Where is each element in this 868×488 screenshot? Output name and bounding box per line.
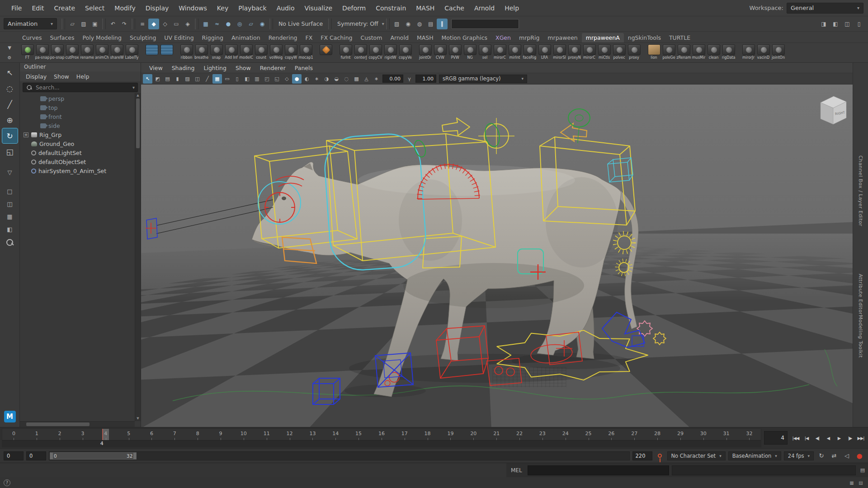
viewport-select-icon[interactable]: ↖ — [143, 74, 152, 84]
shelf-button[interactable]: sel — [477, 43, 492, 60]
menu-item[interactable]: Create — [49, 5, 80, 12]
auto-key-icon[interactable]: ● — [854, 451, 864, 461]
textured-icon[interactable]: ◐ — [302, 74, 311, 84]
outliner-menu-item[interactable]: Show — [51, 73, 72, 80]
shelf-button[interactable]: FT — [20, 43, 35, 60]
shelf-button[interactable]: Add Inf — [224, 43, 239, 60]
timeline-ruler[interactable]: 4 01234567891011121314151617181920212223… — [2, 428, 761, 447]
timeline-tick[interactable]: 11 — [255, 429, 278, 447]
separator[interactable] — [132, 19, 135, 29]
anim-layer-select[interactable]: BaseAnimation ▾ — [728, 451, 781, 460]
help-icon[interactable]: ? — [4, 479, 10, 486]
shelf-button[interactable]: musMir — [691, 43, 706, 60]
menu-item[interactable]: MASH — [411, 5, 439, 12]
timeline-tick[interactable]: 29 — [669, 429, 692, 447]
shelf-tab[interactable]: TURTLE — [665, 33, 694, 42]
separator[interactable] — [328, 19, 332, 29]
redo-icon[interactable]: ↷ — [119, 19, 130, 29]
shelf-tab-menu-icon[interactable]: ▼ — [5, 44, 14, 51]
menu-set-select[interactable]: Animation ▾ — [4, 18, 57, 29]
quick-select-input[interactable] — [451, 19, 519, 29]
shelf-tab[interactable]: Motion Graphics — [438, 33, 492, 42]
shaded-icon[interactable]: ● — [292, 74, 302, 84]
select-tool[interactable]: ↖ — [2, 65, 18, 80]
view-transform-select[interactable]: sRGB gamma (legacy) ▾ — [439, 75, 527, 83]
scale-tool[interactable]: ◱ — [2, 144, 18, 159]
menu-item[interactable]: Display — [141, 5, 174, 12]
shelf-button[interactable]: copyW — [283, 43, 298, 60]
timeline-tick[interactable]: 31 — [715, 429, 738, 447]
toggle-tool-settings-icon[interactable]: ▯ — [854, 19, 864, 29]
timeline-tick[interactable]: 30 — [692, 429, 715, 447]
shelf-button[interactable]: jointOn — [771, 43, 786, 60]
outliner-item[interactable]: persp — [20, 94, 141, 103]
step-back-frame-button[interactable]: ◀| — [812, 436, 823, 441]
grid-icon[interactable]: ▦ — [212, 74, 222, 84]
range-slider[interactable]: 0 32 — [49, 451, 630, 460]
shelf-tab[interactable]: XGen — [491, 33, 515, 42]
last-tool-slot[interactable]: ▽ — [2, 166, 18, 178]
menu-item[interactable]: Cache — [439, 5, 469, 12]
exposure-icon[interactable]: ∗ — [372, 74, 381, 84]
shelf-button[interactable]: LRA — [537, 43, 552, 60]
bookmark-icon[interactable]: ▮ — [173, 74, 182, 84]
timeline-tick[interactable]: 16 — [370, 429, 393, 447]
shelf-button[interactable]: copyCV — [368, 43, 383, 60]
timeline-tick[interactable]: 28 — [646, 429, 669, 447]
viewport-menu-item[interactable]: Lighting — [199, 65, 231, 71]
toggle-attribute-editor-icon[interactable]: ◫ — [842, 19, 853, 29]
viewport-menu-item[interactable]: Renderer — [255, 65, 290, 71]
rotate-tool[interactable]: ↻ — [2, 128, 18, 143]
shelf-button[interactable]: jointOr — [418, 43, 433, 60]
playback-start-field[interactable]: 0 — [26, 451, 46, 460]
shelf-tab[interactable]: FX — [302, 33, 317, 42]
shelf-tab[interactable]: Arnold — [386, 33, 412, 42]
toggle-channel-box-icon[interactable]: ◧ — [830, 19, 841, 29]
open-scene-icon[interactable]: ▨ — [78, 19, 89, 29]
timeline-tick[interactable]: 1 — [25, 429, 48, 447]
expand-icon[interactable]: + — [24, 132, 28, 137]
layout-two-pane[interactable]: ◫ — [2, 198, 18, 210]
menu-item[interactable]: Visualize — [299, 5, 337, 12]
shelf-button[interactable]: animCh — [94, 43, 109, 60]
shelf-tab[interactable]: mrpaween — [543, 33, 581, 42]
right-panel-tab[interactable]: Channel Box / Layer Editor — [858, 155, 863, 226]
shelf-button[interactable]: mirorC — [582, 43, 597, 60]
undo-icon[interactable]: ↶ — [108, 19, 118, 29]
step-forward-frame-button[interactable]: |▶ — [844, 436, 855, 441]
shelf-button[interactable] — [318, 43, 333, 56]
timeline-tick[interactable]: 2 — [48, 429, 71, 447]
field-chart-icon[interactable]: ▥ — [252, 74, 262, 84]
shelf-tab[interactable]: Rendering — [264, 33, 302, 42]
play-backwards-button[interactable]: ◀ — [823, 436, 834, 441]
select-by-hierarchy-icon[interactable]: ≡ — [137, 19, 148, 29]
timeline-tick[interactable]: 27 — [623, 429, 646, 447]
symmetry-select[interactable]: Symmetry: Off — [334, 20, 382, 27]
shelf-button[interactable]: faceRig — [522, 43, 537, 60]
film-gate-icon[interactable]: ▭ — [222, 74, 232, 84]
timeline-tick[interactable]: 0 — [2, 429, 25, 447]
layout-four-pane[interactable]: ▦ — [2, 211, 18, 222]
shelf-button[interactable]: CVW — [433, 43, 448, 60]
render-current-frame-icon[interactable]: ◉ — [403, 19, 414, 29]
shelf-tab[interactable]: MASH — [413, 33, 438, 42]
lighting-icon[interactable]: ∗ — [312, 74, 321, 84]
timeline-tick[interactable]: 23 — [531, 429, 554, 447]
shelf-button[interactable] — [144, 43, 159, 56]
viewport-menu-item[interactable]: Panels — [290, 65, 317, 71]
highlight-selection-icon[interactable]: ◈ — [182, 19, 193, 29]
shelf-button[interactable]: mocap1 — [298, 43, 313, 60]
speaker-icon[interactable]: ◁ — [842, 451, 852, 461]
menu-item[interactable]: Help — [500, 5, 524, 12]
playhead[interactable] — [102, 429, 109, 440]
menu-item[interactable]: Modify — [109, 5, 140, 12]
shelf-button[interactable]: centerJ — [353, 43, 368, 60]
gamma-icon[interactable]: γ — [405, 74, 414, 84]
separator[interactable] — [269, 19, 273, 29]
menu-item[interactable]: Playback — [233, 5, 271, 12]
layout-single-pane[interactable]: □ — [2, 185, 18, 197]
separator[interactable] — [102, 19, 106, 29]
menu-item[interactable]: Edit — [27, 5, 49, 12]
character-set-select[interactable]: No Character Set ▾ — [667, 451, 726, 460]
animation-end-field[interactable]: 220 — [632, 451, 652, 460]
